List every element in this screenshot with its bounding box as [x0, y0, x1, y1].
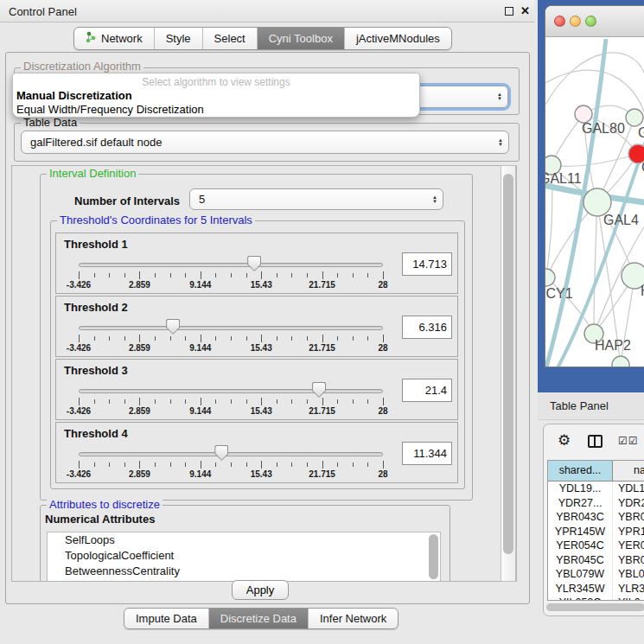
table-row[interactable]: YPR145WYPR1 [548, 525, 644, 539]
minimize-traffic-light-icon[interactable] [570, 16, 581, 27]
network-node-label: GCY1 [545, 286, 573, 301]
column-view-icon[interactable] [588, 435, 603, 448]
tick-label: 2.859 [129, 280, 150, 290]
table-row[interactable]: YBR045CYBR0 [548, 553, 644, 568]
numerical-attributes-label: Numerical Attributes [45, 513, 155, 526]
threshold-panel-4: Threshold 4-3.4262.8599.14415.4321.71528… [55, 422, 458, 483]
threshold-slider-handle[interactable] [247, 256, 261, 271]
tick-label: 28 [378, 406, 387, 416]
float-window-icon[interactable] [505, 7, 513, 16]
threshold-slider-track[interactable] [79, 452, 383, 456]
algorithm-group-title: Discretization Algorithm [21, 61, 143, 72]
threshold-label: Threshold 3 [64, 364, 128, 377]
table-row[interactable]: YLR345WYLR3 [548, 582, 644, 596]
tick-label: 15.43 [251, 343, 272, 353]
threshold-stack: Threshold 1-3.4262.8599.14415.4321.71528… [55, 233, 458, 485]
table-row[interactable]: YDR27...YDR2 [548, 496, 644, 511]
screen: Control Panel ✕ NetworkStyleSelectCyni T… [0, 0, 644, 644]
tick-label: 15.43 [251, 280, 272, 290]
threshold-slider-handle[interactable] [214, 445, 228, 461]
table-row[interactable]: YBL079WYBL0 [548, 567, 644, 582]
algorithm-option-equal-width[interactable]: Equal Width/Frequency Discretization [16, 103, 204, 116]
combo-stepper-icon: ▲▼ [497, 92, 502, 101]
threshold-label: Threshold 2 [64, 301, 128, 314]
threshold-slider-track[interactable] [79, 389, 383, 393]
tab-cyni-toolbox[interactable]: Cyni Toolbox [257, 28, 344, 49]
zoom-traffic-light-icon[interactable] [585, 16, 596, 27]
algorithm-option-manual[interactable]: Manual Discretization [16, 89, 132, 102]
interval-definition-title: Interval Definition [47, 168, 138, 179]
control-panel-titlebar: Control Panel ✕ [0, 0, 534, 22]
thresholds-group-title: Threshold's Coordinates for 5 Intervals [57, 214, 255, 226]
threshold-panel-2: Threshold 2-3.4262.8599.14415.4321.71528… [55, 296, 458, 357]
network-window-titlebar [545, 6, 644, 37]
tick-label: 2.859 [129, 343, 150, 353]
network-node[interactable] [575, 105, 592, 123]
attribute-list-item[interactable]: SelfLoops [48, 532, 440, 548]
tick-label: -3.426 [67, 343, 91, 353]
threshold-slider-handle[interactable] [312, 382, 326, 398]
tab-select[interactable]: Select [202, 28, 257, 49]
settings-scrollbar[interactable] [501, 165, 516, 582]
threshold-label: Threshold 4 [64, 427, 128, 440]
column-header-name[interactable]: na [613, 461, 644, 481]
cyni-bottom-tabbar: Impute DataDiscretize DataInfer Network [124, 608, 399, 629]
tab-jactivemnodules[interactable]: jActiveMNodules [344, 28, 451, 49]
close-traffic-light-icon[interactable] [554, 16, 565, 27]
network-node-label: G [638, 125, 644, 140]
table-row[interactable]: YER054CYER0 [548, 539, 644, 553]
settings-scrollbar-thumb[interactable] [503, 174, 513, 554]
threshold-value-field[interactable]: 11.344 [402, 442, 452, 465]
table-data-group-title: Table Data [21, 117, 80, 128]
network-canvas[interactable]: GAL80GCGAL11GAL4GCY1HHAP2 [545, 38, 644, 367]
tick-label: 28 [378, 343, 387, 353]
threshold-slider-track[interactable] [79, 326, 383, 330]
tick-label: 21.715 [309, 343, 335, 353]
tick-label: 9.144 [189, 406, 211, 416]
tick-label: 15.43 [251, 406, 272, 416]
apply-button[interactable]: Apply [232, 580, 289, 600]
table-panel-card: ⚙ ☑☑ shared... na YDL19...YDL1YDR27...YD… [543, 424, 644, 616]
table-row[interactable]: YDL19...YDL1 [548, 481, 644, 496]
table-panel-title: Table Panel [550, 399, 609, 412]
control-panel-tabbar: NetworkStyleSelectCyni ToolboxjActiveMNo… [73, 27, 452, 50]
tick-label: 21.715 [309, 469, 335, 479]
attributes-groupbox: Numerical Attributes SelfLoopsTopologica… [40, 505, 450, 582]
tab-discretize-data[interactable]: Discretize Data [208, 609, 308, 628]
select-columns-icon[interactable]: ☑☑ [618, 435, 639, 447]
network-node[interactable] [612, 356, 629, 367]
settings-gear-icon[interactable]: ⚙ [558, 433, 571, 448]
threshold-value-field[interactable]: 21.4 [402, 379, 452, 402]
tick-label: 28 [378, 280, 387, 290]
table-rows: YDL19...YDL1YDR27...YDR2YBR043CYBR0YPR14… [548, 481, 644, 601]
settings-scroll-viewport: Interval Definition Number of Intervals … [11, 165, 517, 582]
tab-infer-network[interactable]: Infer Network [308, 609, 398, 628]
threshold-slider-handle[interactable] [166, 319, 180, 335]
num-intervals-combobox[interactable]: 5 ▲▼ [189, 188, 443, 210]
network-view-window: GAL80GCGAL11GAL4GCY1HHAP2 [545, 5, 644, 367]
close-icon[interactable]: ✕ [520, 4, 530, 17]
table-row[interactable]: YBR043CYBR0 [548, 510, 644, 525]
table-horizontal-scrollbar[interactable] [546, 603, 644, 611]
table-data-combobox[interactable]: galFiltered.sif default node ▲▼ [21, 131, 509, 154]
attribute-list-item[interactable]: BetweennessCentrality [48, 564, 440, 579]
control-panel-title: Control Panel [9, 5, 77, 18]
tab-impute-data[interactable]: Impute Data [124, 609, 208, 628]
threshold-value-field[interactable]: 14.713 [402, 252, 452, 276]
tab-style[interactable]: Style [154, 28, 202, 49]
attribute-list-item[interactable]: TopologicalCoefficient [48, 548, 440, 564]
threshold-value-field[interactable]: 6.316 [402, 316, 452, 339]
threshold-panel-1: Threshold 1-3.4262.8599.14415.4321.71528… [55, 233, 458, 294]
numerical-attributes-list[interactable]: SelfLoopsTopologicalCoefficientBetweenne… [47, 532, 441, 582]
network-node[interactable] [626, 109, 643, 126]
tick-label: 28 [378, 469, 387, 479]
column-header-shared-name[interactable]: shared... [548, 461, 613, 481]
table-row[interactable]: YIL052CYIL0 [548, 596, 644, 601]
network-node-label: GAL80 [582, 121, 625, 136]
algorithm-dropdown-popup: Select algorithm to view settings Manual… [12, 73, 420, 118]
threshold-slider-track[interactable] [79, 263, 383, 267]
attributes-list-scrollbar[interactable] [429, 534, 438, 579]
combo-stepper-icon: ▲▼ [432, 195, 437, 204]
network-icon [86, 31, 97, 46]
tab-network[interactable]: Network [74, 28, 154, 49]
